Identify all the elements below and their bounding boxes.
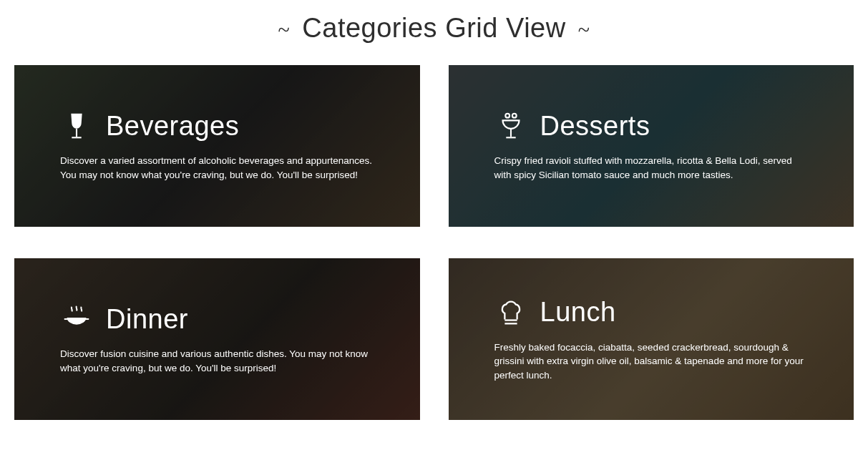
card-header: Dinner — [60, 303, 374, 336]
card-description: Discover fusion cuisine and various auth… — [60, 347, 374, 375]
category-card-desserts[interactable]: Desserts Crispy fried ravioli stuffed wi… — [449, 65, 854, 227]
card-header: Beverages — [60, 109, 374, 142]
wine-glass-icon — [60, 109, 93, 142]
card-content: Desserts Crispy fried ravioli stuffed wi… — [494, 109, 809, 182]
decorative-tilde-right: ~ — [574, 18, 595, 41]
svg-point-3 — [512, 114, 516, 118]
card-title: Desserts — [540, 111, 650, 142]
dessert-cup-icon — [494, 109, 527, 142]
categories-grid: Beverages Discover a varied assortment o… — [0, 65, 868, 434]
decorative-tilde-left: ~ — [274, 18, 295, 41]
card-header: Lunch — [494, 296, 809, 329]
card-content: Dinner Discover fusion cuisine and vario… — [60, 303, 374, 375]
card-content: Beverages Discover a varied assortment o… — [60, 109, 374, 182]
category-card-dinner[interactable]: Dinner Discover fusion cuisine and vario… — [14, 258, 420, 420]
page-title: ~ Categories Grid View ~ — [0, 0, 868, 65]
card-content: Lunch Freshly baked focaccia, ciabatta, … — [494, 296, 809, 383]
card-title: Dinner — [106, 304, 188, 335]
card-title: Lunch — [540, 297, 616, 328]
svg-point-2 — [505, 114, 509, 118]
card-description: Freshly baked focaccia, ciabatta, seeded… — [494, 341, 809, 383]
category-card-lunch[interactable]: Lunch Freshly baked focaccia, ciabatta, … — [449, 258, 854, 420]
card-title: Beverages — [106, 111, 239, 142]
card-description: Discover a varied assortment of alcoholi… — [60, 154, 374, 182]
hot-pot-icon — [60, 303, 93, 336]
chef-hat-icon — [494, 296, 527, 329]
card-description: Crispy fried ravioli stuffed with mozzar… — [494, 154, 809, 182]
card-header: Desserts — [494, 109, 809, 142]
page-title-text: Categories Grid View — [302, 13, 565, 43]
category-card-beverages[interactable]: Beverages Discover a varied assortment o… — [14, 65, 420, 227]
